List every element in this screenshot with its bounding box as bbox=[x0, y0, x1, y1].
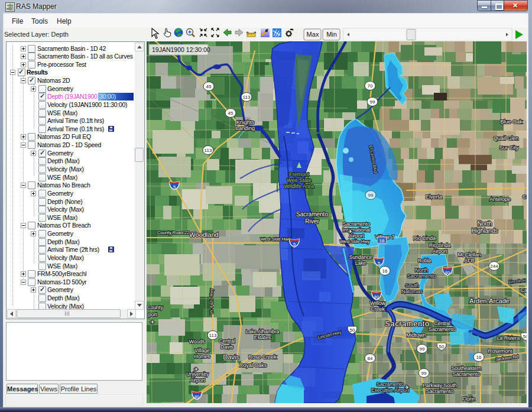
svg-text:113: 113 bbox=[209, 333, 217, 338]
svg-text:Central: Central bbox=[434, 320, 450, 326]
svg-text:80: 80 bbox=[194, 394, 199, 400]
svg-text:16: 16 bbox=[476, 355, 482, 360]
svg-text:Sacramento: Sacramento bbox=[377, 381, 404, 387]
svg-text:Rio Linda: Rio Linda bbox=[429, 242, 450, 248]
svg-text:Lake: Lake bbox=[355, 260, 366, 266]
svg-text:50: 50 bbox=[439, 344, 445, 349]
svg-text:Sacramento: Sacramento bbox=[429, 326, 456, 332]
svg-text:5: 5 bbox=[293, 242, 296, 247]
svg-text:Rio Linda: Rio Linda bbox=[413, 235, 436, 241]
svg-text:Executive Airport: Executive Airport bbox=[371, 387, 409, 393]
svg-text:Creek: Creek bbox=[371, 306, 385, 312]
svg-text:Sacramento: Sacramento bbox=[296, 211, 328, 218]
svg-text:Cre: Cre bbox=[523, 194, 527, 200]
svg-text:Royal Oaks: Royal Oaks bbox=[239, 362, 267, 368]
svg-text:Sacramento: Sacramento bbox=[407, 273, 436, 279]
svg-text:Sundance: Sundance bbox=[349, 254, 372, 260]
svg-text:✈: ✈ bbox=[404, 384, 409, 391]
svg-text:99: 99 bbox=[370, 99, 375, 105]
svg-text:✈: ✈ bbox=[150, 319, 155, 325]
svg-text:✈: ✈ bbox=[348, 228, 352, 235]
svg-text:Midtown: Midtown bbox=[406, 332, 426, 338]
svg-text:Parkway-South: Parkway-South bbox=[423, 382, 457, 388]
svg-text:Knights: Knights bbox=[236, 119, 255, 125]
svg-text:16: 16 bbox=[382, 268, 388, 274]
svg-text:Wildlife Area: Wildlife Area bbox=[284, 183, 314, 189]
svg-text:McClellan: McClellan bbox=[458, 252, 481, 258]
svg-text:County Road 22: County Road 22 bbox=[157, 230, 189, 235]
svg-text:Sur City: Sur City bbox=[499, 145, 519, 151]
svg-text:West Side Hwy: West Side Hwy bbox=[340, 239, 370, 244]
svg-text:North: North bbox=[478, 220, 492, 227]
svg-text:Sacramento: Sacramento bbox=[426, 388, 453, 394]
svg-text:113: 113 bbox=[205, 148, 212, 153]
svg-text:70: 70 bbox=[368, 83, 373, 89]
svg-text:Sacramento: Sacramento bbox=[385, 320, 429, 328]
svg-text:Woodland: Woodland bbox=[189, 231, 218, 238]
svg-text:International: International bbox=[343, 227, 371, 233]
svg-text:45: 45 bbox=[206, 84, 212, 89]
svg-text:West Side Hwy: West Side Hwy bbox=[261, 236, 291, 242]
svg-text:AFB: AFB bbox=[464, 258, 475, 264]
svg-text:Estates: Estates bbox=[254, 335, 271, 340]
svg-text:Quail Glen: Quail Glen bbox=[494, 135, 519, 141]
svg-text:Florin: Florin bbox=[462, 396, 476, 402]
svg-text:Antelope: Antelope bbox=[489, 196, 511, 202]
svg-text:84: 84 bbox=[368, 356, 373, 361]
svg-text:Sacramento: Sacramento bbox=[343, 221, 370, 227]
svg-text:Min: Min bbox=[326, 31, 337, 38]
svg-text:port: port bbox=[148, 312, 157, 317]
svg-text:5: 5 bbox=[173, 184, 176, 190]
svg-text:Davis: Davis bbox=[223, 353, 239, 361]
svg-text:Landing: Landing bbox=[236, 125, 255, 131]
svg-text:Max: Max bbox=[307, 31, 319, 38]
svg-text:Arden-Arcade: Arden-Arcade bbox=[469, 297, 510, 304]
svg-text:Davis: Davis bbox=[220, 344, 233, 350]
svg-text:North: North bbox=[415, 267, 428, 273]
svg-text:Homes: Homes bbox=[194, 353, 210, 359]
svg-text:80: 80 bbox=[445, 270, 450, 275]
svg-text:Village: Village bbox=[194, 348, 210, 353]
svg-text:Rose Creek: Rose Creek bbox=[248, 354, 277, 360]
svg-text:5: 5 bbox=[378, 261, 380, 266]
svg-text:Central: Central bbox=[219, 338, 235, 344]
svg-text:50: 50 bbox=[523, 334, 527, 339]
svg-text:Woods: Woods bbox=[189, 339, 205, 345]
svg-text:16: 16 bbox=[379, 238, 385, 244]
svg-text:Southeastern: Southeastern bbox=[452, 365, 482, 371]
svg-text:Sacramento: Sacramento bbox=[453, 371, 480, 377]
svg-text:99: 99 bbox=[420, 346, 425, 352]
svg-text:Elverta: Elverta bbox=[426, 194, 442, 200]
svg-text:Rosemont: Rosemont bbox=[488, 348, 512, 354]
svg-text:Weir State: Weir State bbox=[287, 177, 312, 183]
svg-text:Cami: Cami bbox=[520, 287, 527, 293]
svg-text:Vic Fazio Hwy: Vic Fazio Hwy bbox=[209, 288, 214, 314]
svg-text:45: 45 bbox=[228, 111, 233, 116]
svg-text:244: 244 bbox=[490, 264, 498, 269]
svg-text:Natomas: Natomas bbox=[401, 288, 423, 294]
svg-text:Robla: Robla bbox=[418, 258, 431, 264]
svg-text:99: 99 bbox=[421, 371, 427, 376]
svg-text:Airport: Airport bbox=[190, 377, 205, 383]
svg-text:Fremont: Fremont bbox=[289, 171, 309, 177]
svg-text:La Riviera: La Riviera bbox=[497, 335, 520, 341]
svg-text:Lake Alhambra: Lake Alhambra bbox=[246, 329, 280, 335]
svg-text:99: 99 bbox=[368, 193, 374, 198]
svg-text:✈: ✈ bbox=[194, 366, 199, 372]
svg-text:River: River bbox=[305, 218, 319, 225]
svg-text:113: 113 bbox=[243, 95, 251, 100]
svg-text:County: County bbox=[147, 304, 164, 310]
svg-text:South: South bbox=[405, 283, 419, 288]
svg-text:50: 50 bbox=[350, 327, 355, 333]
svg-text:Highlands: Highlands bbox=[472, 228, 498, 234]
svg-text:80: 80 bbox=[374, 294, 379, 300]
svg-text:19JAN1900 12:30:00: 19JAN1900 12:30:00 bbox=[152, 46, 210, 53]
svg-text:Airport: Airport bbox=[432, 248, 447, 254]
svg-text:Willow: Willow bbox=[370, 300, 385, 306]
svg-text:Blue Oak: Blue Oak bbox=[500, 119, 523, 125]
